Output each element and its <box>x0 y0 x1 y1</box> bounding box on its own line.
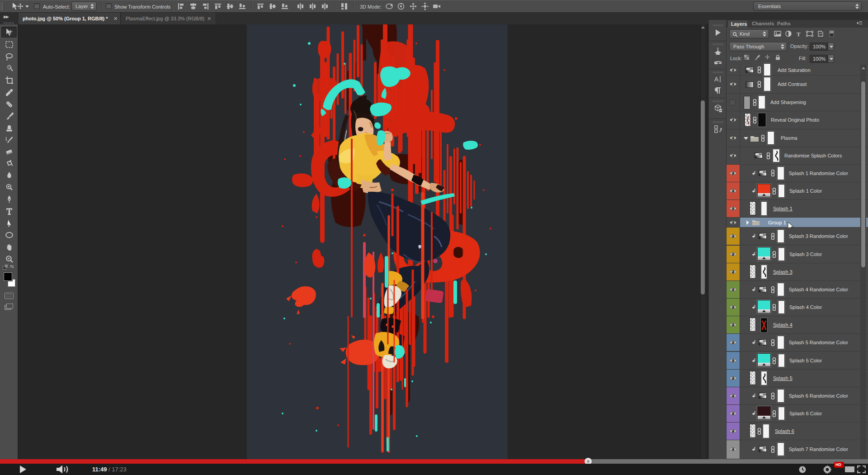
svg-text:T: T <box>797 31 801 37</box>
svg-text:A: A <box>714 76 719 83</box>
